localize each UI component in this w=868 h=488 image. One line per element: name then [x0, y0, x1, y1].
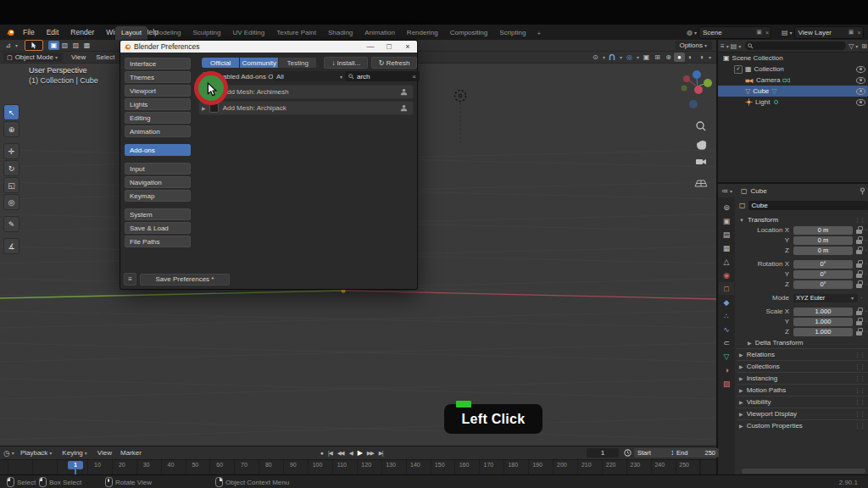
horizontal-scrollbar[interactable] — [742, 469, 865, 474]
value-field[interactable]: 0° — [793, 280, 853, 289]
properties-tab-tool[interactable]: ⊚ — [719, 201, 734, 214]
section-relations[interactable]: ▶Relations⋮⋮ — [737, 348, 868, 360]
select-mode-subtract-icon[interactable]: ▨ — [70, 41, 81, 50]
rotation-mode-dropdown[interactable]: XYZ Euler▾ — [793, 294, 858, 302]
value-field[interactable]: 0° — [793, 260, 853, 269]
jump-to-end-button[interactable]: ▶| — [376, 450, 386, 457]
transform-panel-header[interactable]: ▼ Transform ⋮⋮ — [737, 214, 868, 225]
value-field[interactable]: 0 m — [793, 236, 853, 245]
animate-dot[interactable]: · — [865, 280, 867, 288]
workspace-tab-modeling[interactable]: Modeling — [147, 26, 186, 40]
workspace-tab-shading[interactable]: Shading — [322, 26, 359, 40]
select-mode-invert-icon[interactable]: ▩ — [81, 41, 92, 50]
animate-dot[interactable]: · — [865, 236, 867, 244]
lock-icon[interactable] — [856, 247, 862, 254]
timeline-menu-view[interactable]: View — [93, 449, 116, 457]
lock-icon[interactable] — [856, 270, 862, 278]
select-mode-set-icon[interactable]: ▣ — [48, 41, 59, 50]
preferences-section-input[interactable]: Input — [125, 163, 191, 175]
preferences-section-system[interactable]: System — [125, 208, 191, 220]
properties-tab-scene[interactable]: △ — [719, 255, 734, 268]
section-collections[interactable]: ▶Collections⋮⋮ — [737, 360, 868, 372]
scene-selector[interactable]: ◍▾ Scene▣× — [687, 26, 771, 38]
preferences-section-save-load[interactable]: Save & Load — [125, 222, 191, 234]
properties-tab-render[interactable]: ▣ — [719, 214, 734, 227]
snap-magnet-icon[interactable] — [607, 53, 618, 62]
lock-icon[interactable] — [856, 260, 862, 268]
support-tab-official[interactable]: Official — [202, 58, 239, 68]
support-tab-community[interactable]: Community — [240, 58, 277, 68]
preferences-section-animation[interactable]: Animation — [125, 125, 191, 137]
topbar-menu-render[interactable]: Render — [64, 28, 100, 36]
show-overlays-icon[interactable]: ⊞ — [652, 53, 663, 62]
new-view-layer-icon[interactable]: ▣ — [847, 29, 856, 36]
next-keyframe-button[interactable]: ▶▶ — [364, 450, 376, 457]
visibility-eye-icon[interactable] — [856, 88, 865, 95]
play-button[interactable]: ▶ — [355, 449, 364, 457]
view-layer-selector[interactable]: ▤▾ View Layer▣× — [782, 26, 864, 38]
animate-dot[interactable]: · — [865, 308, 867, 315]
workspace-tab-sculpting[interactable]: Sculpting — [187, 26, 227, 40]
viewport-menu-select[interactable]: Select — [91, 53, 120, 61]
preferences-section-navigation[interactable]: Navigation — [125, 176, 191, 188]
properties-editor-icon[interactable]: ≔ — [721, 187, 728, 195]
install-addon-button[interactable]: ↓Install... — [324, 57, 368, 69]
pivot-point-icon[interactable]: ⊙ — [590, 53, 601, 62]
active-tool-button[interactable] — [25, 40, 43, 51]
frame-start-field[interactable]: Start1 — [634, 448, 678, 458]
scene-name[interactable]: Scene — [699, 29, 754, 36]
timeline-menu-marker[interactable]: Marker — [116, 449, 146, 457]
navigation-gizmo[interactable] — [676, 64, 716, 204]
workspace-tab-texture-paint[interactable]: Texture Paint — [270, 26, 322, 40]
properties-tab-view-layer[interactable]: ▦ — [719, 241, 734, 254]
scale-tool[interactable]: ◱ — [3, 177, 19, 193]
outliner-row-collection[interactable]: ✓▦Collection — [718, 64, 868, 75]
mode-dropdown[interactable]: ▢ Object Mode▾ — [3, 53, 63, 62]
delta-transform-subpanel[interactable]: ▶Delta Transform — [745, 337, 868, 348]
section-instancing[interactable]: ▶Instancing⋮⋮ — [737, 372, 868, 384]
minimize-button[interactable]: — — [361, 42, 380, 51]
clear-search-icon[interactable]: × — [412, 73, 416, 80]
properties-tab-particles[interactable]: ∴ — [719, 309, 734, 322]
object-name-field[interactable]: Cube — [748, 201, 868, 210]
addon-row[interactable]: ▶Add Mesh: Archipack — [198, 101, 414, 115]
preferences-titlebar[interactable]: Blender Preferences — □ × — [120, 41, 417, 53]
animate-dot[interactable]: · — [860, 294, 863, 302]
view-layer-name[interactable]: View Layer — [795, 29, 847, 36]
annotate-tool[interactable]: ✎ — [3, 216, 19, 232]
outliner-row-cube[interactable]: ▽Cube▽ — [718, 86, 868, 97]
timeline-editor-icon[interactable]: ◷ — [3, 449, 10, 458]
outliner-row-camera[interactable]: Camera — [718, 75, 868, 86]
properties-tab-material[interactable]: ◑ — [719, 363, 734, 376]
outliner-display-mode-icon[interactable]: ▤ — [731, 42, 737, 50]
current-frame-badge[interactable]: 1 — [68, 461, 83, 469]
topbar-menu-edit[interactable]: Edit — [41, 28, 65, 36]
properties-tab-physics[interactable]: ∿ — [719, 323, 734, 336]
properties-tab-object-data[interactable]: ▽ — [719, 350, 734, 363]
prev-keyframe-button[interactable]: ◀◀ — [335, 450, 347, 457]
lock-icon[interactable] — [856, 318, 862, 325]
section-visibility[interactable]: ▶Visibility⋮⋮ — [737, 396, 868, 408]
new-collection-icon[interactable]: ⊞ — [861, 42, 867, 50]
proportional-editing-icon[interactable]: ◎ — [624, 53, 635, 62]
outliner-row-scene-collection[interactable]: ▣Scene Collection — [718, 53, 868, 64]
outliner-editor-icon[interactable]: ≡ — [721, 42, 725, 50]
shading-wireframe-icon[interactable]: ⊕ — [663, 53, 674, 62]
play-reverse-button[interactable]: ◀ — [347, 450, 355, 457]
outliner-search-input[interactable] — [745, 42, 846, 50]
record-button[interactable]: ● — [318, 450, 326, 456]
properties-tab-world[interactable]: ◉ — [719, 269, 734, 281]
animate-dot[interactable]: · — [865, 247, 867, 254]
workspace-tab-scripting[interactable]: Scripting — [493, 26, 531, 40]
filter-icon[interactable]: ▽ — [849, 42, 854, 50]
value-field[interactable]: 1.000 — [793, 328, 853, 336]
animate-dot[interactable]: · — [865, 270, 867, 278]
outliner-row-light[interactable]: Light — [718, 97, 868, 108]
auto-keying-icon[interactable] — [624, 449, 632, 457]
properties-tab-modifiers[interactable]: ◆ — [719, 296, 734, 308]
pin-icon[interactable] — [859, 187, 866, 195]
addon-row[interactable]: ▶Add Mesh: Archimesh — [198, 85, 414, 99]
preferences-menu-icon[interactable]: ≡ — [124, 273, 136, 286]
visibility-eye-icon[interactable] — [856, 66, 865, 73]
jump-to-start-button[interactable]: |◀ — [326, 450, 335, 457]
